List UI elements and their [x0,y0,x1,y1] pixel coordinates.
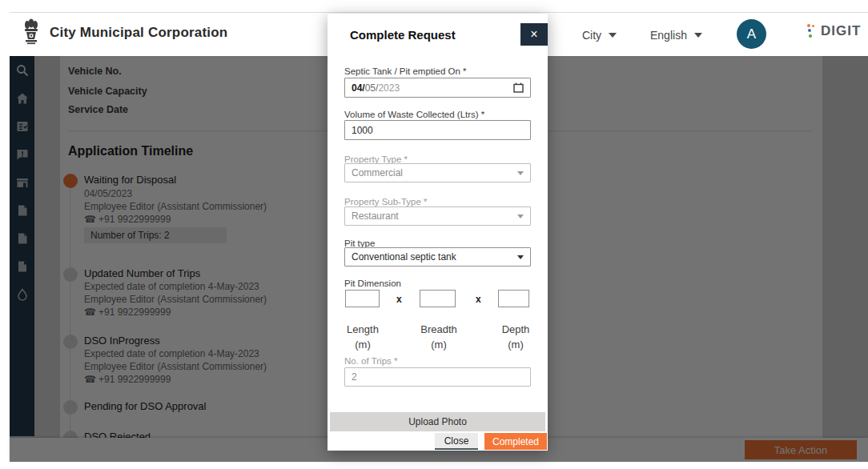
language-dropdown[interactable]: English [650,29,702,42]
date-month: 05/ [365,82,379,94]
pit-type-value: Conventional septic tank [352,251,456,263]
property-subtype-value: Restaurant [352,210,399,222]
depth-label: Depth (m) [481,322,550,352]
chevron-down-icon [517,214,524,218]
upload-photo-button[interactable]: Upload Photo [330,412,545,431]
city-dropdown-label: City [582,29,601,42]
modal-title: Complete Request [350,28,456,42]
screen: Vehicle No. Vehicle Capacity Service Dat… [0,0,868,469]
pit-type-select[interactable]: Conventional septic tank [344,247,531,267]
language-dropdown-label: English [650,29,687,42]
digit-mark-icon [807,24,817,39]
chevron-down-icon [609,33,617,38]
date-year: 2023 [378,82,400,94]
city-dropdown[interactable]: City [582,29,617,42]
frame-top-line [10,12,868,13]
volume-input[interactable]: 1000 [344,120,531,140]
property-type-value: Commercial [352,167,403,178]
emptied-on-date-input[interactable]: 04/ 05/ 2023 [344,78,531,98]
org-title: City Municipal Corporation [50,25,227,41]
property-subtype-label: Property Sub-Type * [344,197,428,206]
property-subtype-select[interactable]: Restaurant [344,206,531,226]
breadth-input[interactable] [420,290,456,307]
national-emblem-icon [22,18,40,49]
close-icon[interactable]: × [520,23,548,46]
emptied-on-label: Septic Tank / Pit emptied On * [344,66,467,76]
trips-input[interactable]: 2 [344,367,531,387]
digit-logo: DIGIT [807,23,861,39]
close-button[interactable]: Close [435,433,478,450]
length-label: Length (m) [328,322,397,352]
pit-dimension-label: Pit Dimension [344,279,401,288]
user-avatar[interactable]: A [737,19,766,49]
depth-input[interactable] [498,290,529,307]
length-input[interactable] [345,290,380,307]
digit-logo-text: DIGIT [821,23,861,39]
completed-button[interactable]: Completed [484,433,547,450]
chevron-down-icon [517,255,524,259]
breadth-label: Breadth (m) [404,322,473,352]
property-type-select[interactable]: Commercial [344,163,531,182]
chevron-down-icon [694,33,702,38]
calendar-icon[interactable] [513,82,524,93]
dimension-separator: x [396,294,402,305]
complete-request-modal: Complete Request × Septic Tank / Pit emp… [328,14,548,451]
volume-label: Volume of Waste Collected (Ltrs) * [344,110,484,119]
trips-label: No. of Trips * [344,356,397,366]
date-day: 04/ [352,82,365,94]
dimension-separator: x [476,294,481,305]
chevron-down-icon [517,171,524,175]
